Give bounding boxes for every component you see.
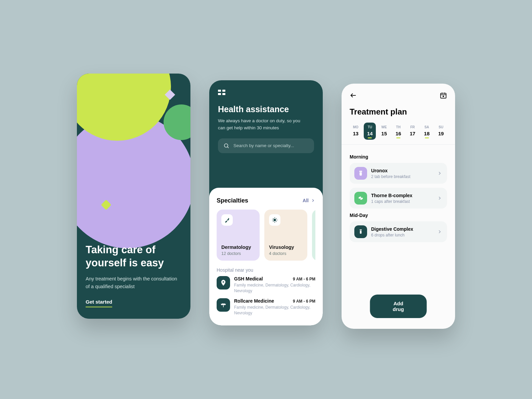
drug-item[interactable]: Digestive Complex 6 drops after lunch xyxy=(350,221,447,242)
svg-rect-22 xyxy=(360,231,362,234)
specialty-card-dermatology[interactable]: Dermatology 12 doctors xyxy=(217,210,260,261)
svg-rect-18 xyxy=(360,172,362,176)
dermatology-icon xyxy=(221,214,233,226)
morning-heading: Morning xyxy=(350,154,447,160)
svg-point-4 xyxy=(274,222,275,222)
date-cell[interactable]: TU14 xyxy=(364,123,376,140)
svg-point-5 xyxy=(272,220,273,220)
date-cell[interactable]: FR17 xyxy=(406,123,418,140)
add-drug-button[interactable]: Add drug xyxy=(370,295,427,318)
calendar-icon[interactable] xyxy=(440,92,447,99)
specialty-card-virusology[interactable]: Virusology 4 doctors xyxy=(264,210,307,261)
search-placeholder: Search by name or specialty... xyxy=(233,143,294,148)
svg-point-8 xyxy=(276,218,276,219)
onboarding-screen: Taking care of yourself is easy Any trea… xyxy=(77,74,190,319)
treatment-title: Treatment plan xyxy=(350,107,447,117)
hospital-item[interactable]: Rollcare Medicine 9 AM - 6 PM Family med… xyxy=(217,298,315,316)
home-subtitle: We always have a doctor on duty, so you … xyxy=(218,118,305,132)
capsule-icon xyxy=(354,192,367,205)
search-input[interactable]: Search by name or specialty... xyxy=(218,138,314,153)
virus-icon xyxy=(269,214,280,226)
get-started-button[interactable]: Get started xyxy=(86,299,112,307)
svg-point-9 xyxy=(273,221,273,222)
svg-point-7 xyxy=(273,218,273,219)
treatment-screen: Treatment plan MO13TU14WE15TH16FR17SA18S… xyxy=(342,84,455,329)
specialties-all-button[interactable]: All xyxy=(303,198,315,203)
chevron-right-icon xyxy=(311,198,315,203)
svg-line-1 xyxy=(227,147,228,148)
chevron-right-icon xyxy=(437,195,442,201)
chevron-right-icon xyxy=(437,171,442,176)
onboarding-artwork xyxy=(77,74,190,208)
svg-point-16 xyxy=(443,96,444,97)
date-cell[interactable]: SA18 xyxy=(421,123,433,140)
hospital-plant-icon xyxy=(217,298,230,312)
svg-point-10 xyxy=(276,221,276,222)
svg-point-6 xyxy=(277,220,277,220)
menu-icon[interactable] xyxy=(218,90,225,95)
onboarding-subtitle: Any treatment begins with the consultati… xyxy=(86,275,182,290)
svg-point-2 xyxy=(273,219,276,221)
date-cell[interactable]: SU19 xyxy=(435,123,447,140)
drops-icon xyxy=(354,225,367,238)
date-selector: MO13TU14WE15TH16FR17SA18SU19 xyxy=(350,123,447,140)
home-screen: Health assistance We always have a docto… xyxy=(209,80,323,325)
date-cell[interactable]: WE15 xyxy=(378,123,390,140)
pill-bottle-icon xyxy=(354,167,367,180)
hospital-heading: Hospital near you xyxy=(217,267,315,273)
chevron-right-icon xyxy=(437,229,442,234)
midday-heading: Mid-Day xyxy=(350,213,447,218)
date-cell[interactable]: TH16 xyxy=(392,123,404,140)
back-icon[interactable] xyxy=(350,92,357,99)
drug-item[interactable]: Uronox 2 tab before breakfast xyxy=(350,163,447,184)
svg-rect-21 xyxy=(360,229,362,230)
home-title: Health assistance xyxy=(218,104,314,114)
hospital-pin-icon xyxy=(217,276,230,290)
search-icon xyxy=(223,143,229,149)
svg-point-0 xyxy=(224,144,228,147)
drug-item[interactable]: Thorne B-complex 1 caps after breakfast xyxy=(350,188,447,209)
specialties-heading: Specialties xyxy=(217,197,248,204)
date-cell[interactable]: MO13 xyxy=(350,123,362,140)
svg-point-3 xyxy=(274,217,275,218)
svg-rect-17 xyxy=(359,171,362,172)
home-content-card: Specialties All Dermatology 12 doctors V… xyxy=(209,188,323,325)
hospital-item[interactable]: GSH Medical 9 AM - 6 PM Family medicine,… xyxy=(217,276,315,294)
onboarding-headline: Taking care of yourself is easy xyxy=(86,243,182,270)
specialty-card-partial[interactable]: Ca 7 d xyxy=(312,210,315,261)
